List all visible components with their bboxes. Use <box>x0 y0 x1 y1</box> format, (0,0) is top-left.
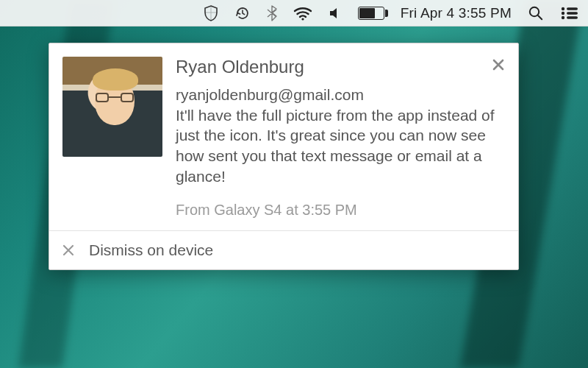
svg-point-0 <box>301 18 304 20</box>
bluetooth-icon[interactable] <box>267 0 277 26</box>
close-icon[interactable] <box>489 57 508 73</box>
notification-source: From Galaxy S4 at 3:55 PM <box>176 202 508 219</box>
wifi-icon[interactable] <box>293 0 312 26</box>
sender-email: ryanjoldenburg@gmail.com <box>176 86 364 103</box>
dismiss-label: Dismiss on device <box>89 241 213 259</box>
volume-icon[interactable] <box>329 0 342 26</box>
svg-point-4 <box>562 11 564 14</box>
list-icon[interactable] <box>560 0 579 26</box>
svg-rect-3 <box>567 7 578 10</box>
menu-bar: ⚡ Fri Apr 4 3:55 PM <box>0 0 588 26</box>
sender-name: Ryan Oldenburg <box>176 57 304 77</box>
close-icon <box>62 244 74 256</box>
clock-arrow-icon[interactable] <box>234 0 251 26</box>
svg-point-6 <box>562 15 564 18</box>
svg-rect-7 <box>567 16 578 19</box>
menu-bar-clock[interactable]: Fri Apr 4 3:55 PM <box>401 0 512 26</box>
notification-card: Ryan Oldenburg ryanjoldenburg@gmail.com … <box>49 43 519 270</box>
message-text: It'll have the full picture from the app… <box>176 107 495 185</box>
svg-point-1 <box>530 7 539 15</box>
notification-content: Ryan Oldenburg ryanjoldenburg@gmail.com … <box>176 57 508 219</box>
svg-point-2 <box>562 7 564 10</box>
notification-message: ryanjoldenburg@gmail.com It'll have the … <box>176 85 508 187</box>
shield-icon[interactable] <box>204 0 218 26</box>
search-icon[interactable] <box>528 0 544 26</box>
notification-body: Ryan Oldenburg ryanjoldenburg@gmail.com … <box>49 43 518 230</box>
battery-icon[interactable]: ⚡ <box>358 0 384 26</box>
dismiss-on-device-button[interactable]: Dismiss on device <box>49 230 518 269</box>
glasses-icon <box>96 93 134 103</box>
svg-rect-5 <box>567 12 578 15</box>
avatar <box>62 57 162 157</box>
